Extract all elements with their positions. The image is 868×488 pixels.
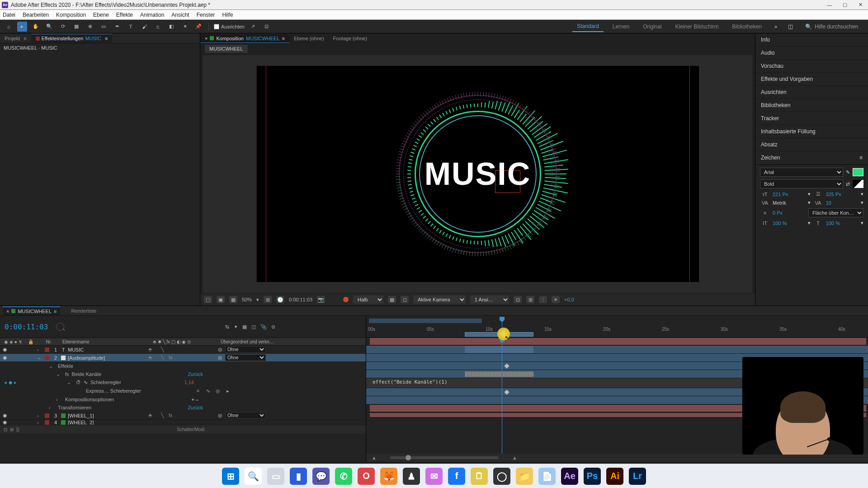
taskbar-whatsapp[interactable]: ✆ bbox=[335, 468, 352, 485]
expr-pickwhip-icon[interactable]: ◎ bbox=[215, 388, 221, 394]
ws-kleiner[interactable]: Kleiner Bildschirm bbox=[671, 22, 723, 32]
expr-graph-icon[interactable]: ∿ bbox=[205, 388, 211, 394]
menu-ebene[interactable]: Ebene bbox=[93, 12, 109, 18]
vscale-value[interactable]: 100 % bbox=[773, 221, 805, 226]
prop-fx-name[interactable]: ⌄fx Beide Kanäle Zurück bbox=[0, 370, 366, 378]
stroke-width-value[interactable]: 0 Px bbox=[773, 210, 806, 216]
camera-tool-icon[interactable]: ▦ bbox=[71, 22, 81, 32]
vf-i1-icon[interactable]: ⊡ bbox=[514, 296, 522, 303]
stopwatch-icon[interactable]: ⏱ bbox=[76, 380, 81, 385]
ws-layout-icon[interactable]: ◫ bbox=[785, 22, 795, 32]
playhead-line[interactable] bbox=[502, 338, 502, 454]
layer-name[interactable]: MUSIC bbox=[67, 347, 147, 352]
ws-original[interactable]: Original bbox=[638, 22, 666, 32]
tab-ebene[interactable]: Ebene (ohne) bbox=[289, 34, 329, 42]
layer-name[interactable]: [WHEEL_1] bbox=[67, 413, 147, 418]
visibility-icon[interactable]: ◉ bbox=[3, 413, 7, 418]
type-tool-icon[interactable]: T bbox=[126, 22, 136, 32]
parent-select[interactable]: Ohne bbox=[225, 346, 266, 353]
zoom-value[interactable]: 50% bbox=[242, 297, 252, 302]
vf-snap-icon[interactable]: 📷 bbox=[317, 296, 325, 303]
taskbar-obs[interactable]: ◯ bbox=[493, 468, 510, 485]
taskbar-explorer[interactable]: 📁 bbox=[516, 468, 533, 485]
font-family-select[interactable]: Arial bbox=[760, 168, 843, 177]
vf-icon-3[interactable]: ▦ bbox=[229, 296, 237, 303]
panel-absatz[interactable]: Absatz bbox=[755, 138, 868, 151]
layer-color[interactable] bbox=[45, 420, 49, 425]
hscale-value[interactable]: 100 % bbox=[826, 221, 859, 226]
expand-icon[interactable]: › bbox=[37, 413, 43, 418]
expression-text[interactable]: effect("Beide Kanäle")(1) bbox=[373, 379, 448, 385]
menu-effekte[interactable]: Effekte bbox=[116, 12, 133, 18]
expression-row[interactable]: Express… Schieberegler = ∿ ◎ ▸ bbox=[0, 386, 366, 395]
waveform-clip[interactable] bbox=[465, 371, 533, 377]
snap-icon[interactable]: ↗ bbox=[248, 22, 258, 32]
taskbar-app1[interactable]: ▮ bbox=[290, 468, 307, 485]
track-1[interactable] bbox=[366, 338, 868, 346]
menu-datei[interactable]: Datei bbox=[3, 12, 15, 18]
taskbar-start[interactable]: ⊞ bbox=[222, 468, 239, 485]
tab-effekteinstellungen[interactable]: Effekteinstellungen MUSIC ≡ bbox=[31, 34, 113, 42]
puppet-tool-icon[interactable]: 📌 bbox=[193, 22, 203, 32]
hdr-icon-4[interactable]: ◫ bbox=[251, 324, 256, 330]
font-style-select[interactable]: Bold bbox=[760, 179, 843, 188]
layer-name[interactable]: [WHEEL_2] bbox=[67, 420, 147, 425]
expand-icon[interactable]: ⌄ bbox=[37, 355, 43, 361]
layer-row-4[interactable]: ◉ › 4 [WHEEL_2] bbox=[0, 420, 366, 425]
zoom-slider[interactable] bbox=[390, 456, 499, 459]
panel-tracker[interactable]: Tracker bbox=[755, 112, 868, 125]
align-checkbox[interactable]: Ausrichten bbox=[214, 24, 245, 29]
vf-i2-icon[interactable]: ⊞ bbox=[526, 296, 534, 303]
keyframe-icon[interactable] bbox=[504, 389, 509, 394]
time-ruler[interactable]: 00s 05s 10s 15s 20s 25s 30s 35s 40s bbox=[366, 327, 868, 334]
brush-tool-icon[interactable]: 🖌 bbox=[139, 22, 149, 32]
panel-vorschau[interactable]: Vorschau bbox=[755, 60, 868, 73]
zoom-in-icon[interactable]: ▲ bbox=[512, 455, 517, 460]
leading-value[interactable]: 325 Px bbox=[826, 192, 859, 197]
maximize-button[interactable]: ▢ bbox=[842, 2, 848, 8]
anchor-tool-icon[interactable]: ⊕ bbox=[85, 22, 95, 32]
menu-komposition[interactable]: Komposition bbox=[56, 12, 86, 18]
prop-slider[interactable]: ◂◆▸ ⌄ ⏱ ∿ Schieberegler 1,14 bbox=[0, 378, 366, 386]
camera-select[interactable]: Aktive Kamera bbox=[413, 296, 466, 304]
minimize-button[interactable]: — bbox=[826, 2, 833, 8]
layer-row-2[interactable]: ◉ ⌄ 2 [Audioamplitude] ⬘╲fx ◎Ohne bbox=[0, 354, 366, 362]
close-button[interactable]: ✕ bbox=[857, 2, 863, 8]
panel-content-fill[interactable]: Inhaltsbasierte Füllung bbox=[755, 125, 868, 138]
menu-animation[interactable]: Animation bbox=[140, 12, 164, 18]
graph-icon[interactable]: ∿ bbox=[84, 380, 88, 385]
hand-tool-icon[interactable]: ✋ bbox=[31, 22, 41, 32]
taskbar-ps[interactable]: Ps bbox=[584, 468, 601, 485]
pen-tool-icon[interactable]: ✒ bbox=[112, 22, 122, 32]
taskbar-firefox[interactable]: 🦊 bbox=[380, 468, 397, 485]
taskbar-opera[interactable]: O bbox=[358, 468, 375, 485]
stamp-tool-icon[interactable]: ⎌ bbox=[153, 22, 163, 32]
taskbar-facebook[interactable]: f bbox=[448, 468, 465, 485]
home-tool-icon[interactable]: ⌂ bbox=[4, 22, 14, 32]
visibility-icon[interactable]: ◉ bbox=[3, 355, 7, 361]
hdr-icon-5[interactable]: 📎 bbox=[260, 324, 267, 330]
vf-i4-icon[interactable]: ☀ bbox=[552, 296, 560, 303]
swap-icon[interactable]: ⇄ bbox=[846, 181, 850, 187]
footer-timecode[interactable]: 0:00:11:03 bbox=[289, 297, 312, 302]
menu-fenster[interactable]: Fenster bbox=[197, 12, 215, 18]
panel-info[interactable]: Info bbox=[755, 33, 868, 47]
taskbar-ai[interactable]: Ai bbox=[606, 468, 623, 485]
expand-icon[interactable]: › bbox=[37, 420, 43, 425]
tl-f-icon3[interactable]: {} bbox=[16, 427, 19, 432]
layer-row-1[interactable]: ◉ › 1 T MUSIC ⬘╲ ◎Ohne bbox=[0, 346, 366, 354]
taskbar-teams[interactable]: 💬 bbox=[312, 468, 330, 485]
expr-menu-icon[interactable]: ▸ bbox=[225, 388, 231, 394]
ws-standard[interactable]: Standard bbox=[572, 21, 604, 32]
search-help-field[interactable]: Hilfe durchsuchen bbox=[815, 23, 864, 30]
selection-tool-icon[interactable]: ▸ bbox=[17, 22, 27, 32]
vf-alpha-icon[interactable]: ▦ bbox=[388, 296, 396, 303]
taskbar-lr[interactable]: Lr bbox=[629, 468, 646, 485]
eyedropper-icon[interactable]: ✎ bbox=[846, 169, 850, 175]
stroke-color-swatch[interactable] bbox=[853, 180, 863, 188]
layer-name[interactable]: [Audioamplitude] bbox=[67, 355, 147, 361]
comp-crumb[interactable]: MUSICWHEEL bbox=[205, 45, 248, 53]
eraser-tool-icon[interactable]: ◧ bbox=[166, 22, 176, 32]
vf-mask-icon[interactable]: ◻ bbox=[401, 296, 409, 303]
switches-modes-toggle[interactable]: Schalter/Modi bbox=[19, 427, 362, 432]
